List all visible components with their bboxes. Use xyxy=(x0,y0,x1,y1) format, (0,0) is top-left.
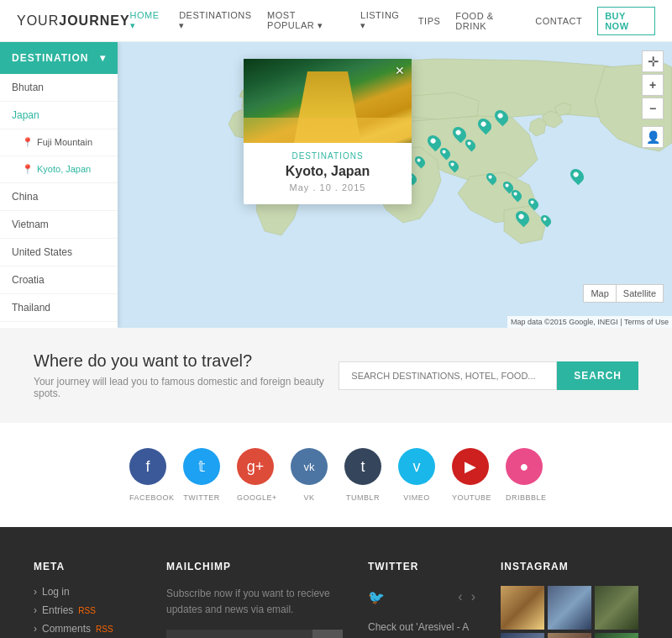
footer-twitter: TWITTER 🐦 ‹ › Check out 'Aresivel - A Re… xyxy=(368,561,475,638)
map-type-controls: Map Satellite xyxy=(583,284,664,303)
nav-tips[interactable]: TIPS xyxy=(418,16,440,26)
popup-image xyxy=(244,59,412,143)
social-labels-row: FACEBOOK TWITTER GOOGLE+ VK TUMBLR VIMEO… xyxy=(34,493,638,502)
search-button[interactable]: SEARCH xyxy=(557,361,638,390)
label-tumblr: TUMBLR xyxy=(344,493,381,502)
footer-mailchimp-heading: MAILCHIMP xyxy=(166,561,343,572)
map-controls: ✛ + − 👤 xyxy=(642,50,664,148)
footer-link-entries-rss[interactable]: › Entries RSS xyxy=(34,604,141,616)
footer-meta: META › Log in › Entries RSS › Comments R… xyxy=(34,561,141,638)
label-dribbble: DRIBBBLE xyxy=(506,493,543,502)
map-type-satellite[interactable]: Satellite xyxy=(616,284,664,303)
sidebar-item-fuji[interactable]: 📍Fuji Mountain xyxy=(0,129,118,156)
sidebar-title: DESTINATION xyxy=(12,52,88,64)
vimeo-icon[interactable]: v xyxy=(398,448,435,485)
logo: YOURJOURNEY xyxy=(17,13,130,29)
map-popup: ✕ DESTINATIONS Kyoto, Japan May . 10 . 2… xyxy=(244,59,412,204)
email-form: ➤ xyxy=(166,630,343,638)
vk-icon[interactable]: vk xyxy=(291,448,328,485)
twitter-nav: ‹ › xyxy=(458,586,475,608)
next-icon[interactable]: › xyxy=(471,586,475,608)
nav-listing[interactable]: LISTING ▾ xyxy=(360,10,403,31)
email-input[interactable] xyxy=(166,630,312,638)
nav-buy-now[interactable]: BUY NOW xyxy=(597,7,655,35)
tumblr-icon[interactable]: t xyxy=(344,448,381,485)
sidebar-item-vietnam[interactable]: Vietnam xyxy=(0,211,118,239)
footer-instagram: INSTAGRAM xyxy=(501,561,638,638)
map-zoom-in[interactable]: + xyxy=(642,74,664,96)
dribbble-icon[interactable]: ● xyxy=(506,448,543,485)
sidebar-item-china[interactable]: China xyxy=(0,183,118,211)
map-attribution: Map data ©2015 Google, INEGI | Terms of … xyxy=(507,316,672,328)
popup-tag: DESTINATIONS xyxy=(255,151,400,161)
sidebar-item-bhutan[interactable]: Bhutan xyxy=(0,74,118,102)
map-move-icon[interactable]: ✛ xyxy=(642,50,664,72)
pin-icon: 📍 xyxy=(22,164,34,174)
popup-date: May . 10 . 2015 xyxy=(255,182,400,192)
sidebar-item-japan[interactable]: Japan xyxy=(0,102,118,129)
map-zoom-out[interactable]: − xyxy=(642,98,664,119)
pin-icon: 📍 xyxy=(22,137,34,147)
footer-link-comments-rss[interactable]: › Comments RSS xyxy=(34,623,141,635)
sidebar-item-kyoto[interactable]: 📍Kyoto, Japan xyxy=(0,156,118,183)
destination-sidebar: DESTINATION ▾ Bhutan Japan 📍Fuji Mountai… xyxy=(0,42,118,328)
sidebar-item-croatia[interactable]: Croatia xyxy=(0,266,118,294)
label-facebook: FACEBOOK xyxy=(129,493,166,502)
facebook-icon[interactable]: f xyxy=(129,448,166,485)
rss-badge: RSS xyxy=(96,625,113,634)
rss-badge: RSS xyxy=(78,606,96,615)
footer-twitter-heading: TWITTER xyxy=(368,561,475,572)
footer-meta-heading: META xyxy=(34,561,141,572)
chevron-down-icon: ▾ xyxy=(100,52,106,64)
label-vimeo: VIMEO xyxy=(398,493,435,502)
label-youtube: YOUTUBE xyxy=(452,493,489,502)
popup-body: DESTINATIONS Kyoto, Japan May . 10 . 201… xyxy=(244,143,412,204)
map-person-icon[interactable]: 👤 xyxy=(642,126,664,148)
social-section: f 𝕥 g+ vk t v ▶ ● FACEBOOK TWITTER GOOGL… xyxy=(0,423,672,527)
header: YOURJOURNEY HOME ▾ DESTINATIONS ▾ MOST P… xyxy=(0,0,672,42)
googleplus-icon[interactable]: g+ xyxy=(237,448,274,485)
prev-icon[interactable]: ‹ xyxy=(458,586,462,608)
arrow-icon: › xyxy=(34,623,37,635)
youtube-icon[interactable]: ▶ xyxy=(452,448,489,485)
footer-columns: META › Log in › Entries RSS › Comments R… xyxy=(34,561,638,638)
instagram-image-4[interactable] xyxy=(501,633,544,638)
social-icons-row: f 𝕥 g+ vk t v ▶ ● xyxy=(34,448,638,485)
sidebar-item-iceland[interactable]: Iceland xyxy=(0,322,118,328)
search-input[interactable] xyxy=(339,361,557,390)
nav-food-drink[interactable]: FOOD & DRINK xyxy=(455,11,520,31)
close-icon[interactable]: ✕ xyxy=(395,64,405,77)
search-heading: Where do you want to travel? xyxy=(34,351,339,371)
footer-mailchimp: MAILCHIMP Subscribe now if you want to r… xyxy=(166,561,343,638)
search-section: Where do you want to travel? Your journe… xyxy=(0,328,672,423)
footer-mailchimp-text: Subscribe now if you want to recieve upd… xyxy=(166,586,343,618)
search-text-block: Where do you want to travel? Your journe… xyxy=(34,351,339,399)
map-section: DESTINATION ▾ Bhutan Japan 📍Fuji Mountai… xyxy=(0,42,672,328)
instagram-image-6[interactable] xyxy=(595,633,638,638)
label-vk: VK xyxy=(291,493,328,502)
email-submit-button[interactable]: ➤ xyxy=(312,630,343,638)
twitter-text: Check out 'Aresivel - A Responsive Wordp… xyxy=(368,620,475,638)
search-box: SEARCH xyxy=(339,361,638,390)
label-twitter: TWITTER xyxy=(183,493,220,502)
label-googleplus: GOOGLE+ xyxy=(237,493,274,502)
popup-title: Kyoto, Japan xyxy=(255,164,400,179)
instagram-image-2[interactable] xyxy=(548,586,591,630)
instagram-image-1[interactable] xyxy=(501,586,544,630)
nav-destinations[interactable]: DESTINATIONS ▾ xyxy=(179,10,252,31)
footer-link-login[interactable]: › Log in xyxy=(34,586,141,598)
sidebar-item-us[interactable]: United States xyxy=(0,239,118,266)
nav-home[interactable]: HOME ▾ xyxy=(130,10,165,31)
nav-most-popular[interactable]: MOST POPULAR ▾ xyxy=(267,10,345,31)
footer-instagram-heading: INSTAGRAM xyxy=(501,561,638,572)
instagram-image-5[interactable] xyxy=(548,633,591,638)
instagram-grid xyxy=(501,586,638,638)
instagram-image-3[interactable] xyxy=(595,586,638,630)
main-nav: HOME ▾ DESTINATIONS ▾ MOST POPULAR ▾ LIS… xyxy=(130,7,655,35)
nav-contact[interactable]: CONTACT xyxy=(535,16,582,26)
search-subtext: Your journey will lead you to famous dom… xyxy=(34,376,339,399)
sidebar-item-thailand[interactable]: Thailand xyxy=(0,294,118,322)
logo-bold: JOURNEY xyxy=(59,13,129,28)
twitter-icon[interactable]: 𝕥 xyxy=(183,448,220,485)
map-type-map[interactable]: Map xyxy=(583,284,615,303)
